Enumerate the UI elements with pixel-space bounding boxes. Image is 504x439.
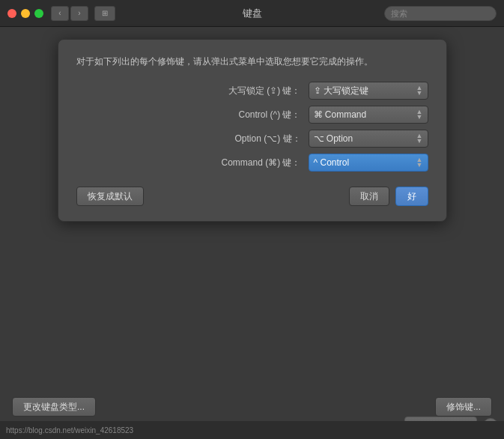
back-button[interactable]: ‹: [51, 6, 69, 21]
maximize-button[interactable]: [34, 9, 43, 18]
search-input[interactable]: [384, 6, 497, 21]
caps-lock-select[interactable]: ⇪ 大写锁定键 ▲▼: [309, 82, 428, 100]
key-row-control: Control (^) 键： ⌘ Command ▲▼: [76, 106, 428, 124]
key-row-option: Option (⌥) 键： ⌥ Option ▲▼: [76, 130, 428, 148]
control-chevron: ▲▼: [416, 109, 423, 120]
option-value: ⌥ Option: [314, 133, 353, 144]
key-rows: 大写锁定 (⇪) 键： ⇪ 大写锁定键 ▲▼ Control (^) 键： ⌘ …: [76, 82, 428, 172]
cancel-button[interactable]: 取消: [349, 187, 389, 206]
command-chevron: ▲▼: [416, 157, 423, 168]
traffic-lights: [7, 9, 43, 18]
control-label: Control (^) 键：: [181, 109, 301, 121]
main-content: 对于如下列出的每个修饰键，请从弹出式菜单中选取您想要它完成的操作。 大写锁定 (…: [0, 27, 504, 439]
control-select[interactable]: ⌘ Command ▲▼: [309, 106, 428, 124]
title-bar: ‹ › ⊞ 键盘: [0, 0, 504, 27]
control-value: ⌘ Command: [314, 109, 367, 120]
command-value: ^ Control: [314, 157, 350, 168]
dialog-box: 对于如下列出的每个修饰键，请从弹出式菜单中选取您想要它完成的操作。 大写锁定 (…: [58, 39, 447, 222]
watermark-text: https://blog.csdn.net/weixin_42618523: [6, 426, 133, 435]
dialog-left-buttons: 恢复成默认: [76, 187, 144, 206]
key-row-command: Command (⌘) 键： ^ Control ▲▼: [76, 154, 428, 172]
ok-button[interactable]: 好: [395, 187, 428, 206]
caps-lock-label: 大写锁定 (⇪) 键：: [181, 85, 301, 97]
change-keyboard-type-button[interactable]: 更改键盘类型...: [12, 397, 96, 417]
minimize-button[interactable]: [21, 9, 30, 18]
key-row-caps: 大写锁定 (⇪) 键： ⇪ 大写锁定键 ▲▼: [76, 82, 428, 100]
dialog-buttons: 恢复成默认 取消 好: [76, 187, 428, 206]
dialog-right-buttons: 取消 好: [349, 187, 428, 206]
close-button[interactable]: [7, 9, 16, 18]
navigation-buttons: ‹ ›: [51, 6, 88, 21]
command-label: Command (⌘) 键：: [181, 157, 301, 169]
caps-lock-value: ⇪ 大写锁定键: [314, 85, 368, 97]
option-chevron: ▲▼: [416, 133, 423, 144]
command-select[interactable]: ^ Control ▲▼: [309, 154, 428, 172]
forward-button[interactable]: ›: [70, 6, 88, 21]
option-label: Option (⌥) 键：: [181, 133, 301, 145]
window-title: 键盘: [243, 7, 262, 20]
grid-button[interactable]: ⊞: [94, 6, 115, 21]
watermark-bar: https://blog.csdn.net/weixin_42618523: [0, 421, 504, 439]
bottom-bar: 更改键盘类型... 修饰键...: [0, 397, 504, 417]
caps-lock-chevron: ▲▼: [416, 85, 423, 96]
dialog-description: 对于如下列出的每个修饰键，请从弹出式菜单中选取您想要它完成的操作。: [76, 55, 428, 68]
option-select[interactable]: ⌥ Option ▲▼: [309, 130, 428, 148]
restore-defaults-button[interactable]: 恢复成默认: [76, 187, 144, 206]
modifier-keys-button[interactable]: 修饰键...: [435, 397, 492, 417]
